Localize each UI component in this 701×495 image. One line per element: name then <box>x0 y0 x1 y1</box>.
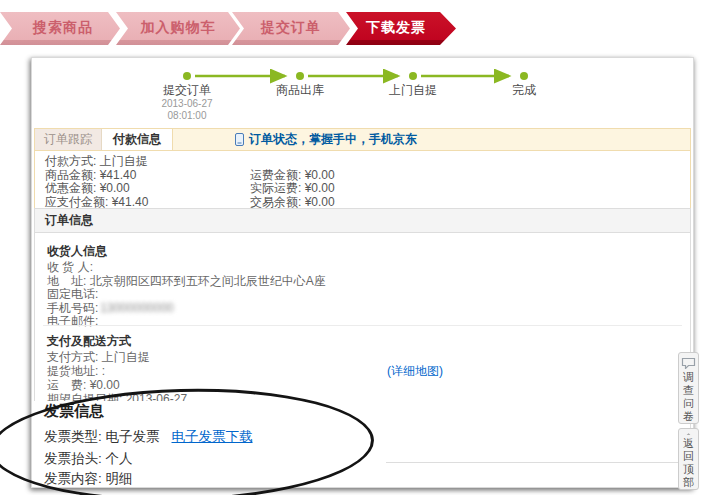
mobile-phone-icon <box>235 133 244 146</box>
up-arrow-icon <box>682 433 695 435</box>
consignee-name: 收 货 人: <box>47 261 326 275</box>
payment-blank <box>250 155 680 169</box>
invoice-title: 发票抬头: 个人 <box>44 450 133 468</box>
payment-info-box: 订单跟踪 付款信息 订单状态，掌握手中，手机京东 付款方式: 上门自提 商品金额… <box>34 128 691 216</box>
consignee-heading: 收货人信息 <box>47 243 107 260</box>
survey-button-label: 调查问卷 <box>683 371 695 423</box>
breadcrumb: 搜索商品 加入购物车 提交订单 下载发票 <box>0 0 470 50</box>
breadcrumb-step-download-invoice[interactable]: 下载发票 <box>341 19 451 37</box>
page: 搜索商品 加入购物车 提交订单 下载发票 提交订单 商品出库 上门自提 完成 2… <box>0 0 701 495</box>
invoice-type-label: 发票类型: 电子发票 <box>44 429 160 444</box>
order-panel: 提交订单 商品出库 上门自提 完成 2013-06-27 08:01:00 订单… <box>31 57 694 488</box>
breadcrumb-step-cart[interactable]: 加入购物车 <box>123 19 233 37</box>
tracker-step-self-pickup: 上门自提 <box>368 82 458 99</box>
payment-details: 付款方式: 上门自提 商品金额: ¥41.40 运费金额: ¥0.00 优惠金额… <box>35 151 690 215</box>
invoice-download-link[interactable]: 电子发票下载 <box>172 429 253 444</box>
actual-shipping: 实际运费: ¥0.00 <box>250 182 680 196</box>
delivery-payment-method: 支付方式: 上门自提 <box>47 350 187 364</box>
payable-amount: 应支付金额: ¥41.40 <box>45 196 250 210</box>
consignee-landline: 固定电话: <box>47 288 326 302</box>
order-info-title: 订单信息 <box>35 209 690 233</box>
invoice-type-row: 发票类型: 电子发票电子发票下载 <box>44 428 253 446</box>
invoice-content: 发票内容: 明细 <box>44 470 133 488</box>
section-divider <box>43 325 682 326</box>
breadcrumb-step-submit-order[interactable]: 提交订单 <box>236 19 346 37</box>
shipping-amount: 运费金额: ¥0.00 <box>250 169 680 183</box>
tab-order-tracking[interactable]: 订单跟踪 <box>35 129 102 150</box>
back-to-top-button[interactable]: 返回顶部 <box>678 428 699 490</box>
payment-tabs: 订单跟踪 付款信息 订单状态，掌握手中，手机京东 <box>35 129 690 151</box>
consignee-mobile-redacted: 13000000000 <box>100 301 173 315</box>
tracker-step-out-of-warehouse: 商品出库 <box>255 82 345 99</box>
speech-bubble-icon <box>681 357 696 369</box>
consignee-address: 地 址: 北京朝阳区四环到五环之间北辰世纪中心A座 <box>47 275 326 289</box>
tracker-step-complete: 完成 <box>479 82 569 99</box>
back-to-top-label: 返回顶部 <box>683 437 695 489</box>
consignee-details: 收 货 人: 地 址: 北京朝阳区四环到五环之间北辰世纪中心A座 固定电话: 手… <box>47 261 326 329</box>
consignee-mobile-label: 手机号码: <box>47 301 98 315</box>
mobile-jd-link-label: 订单状态，掌握手中，手机京东 <box>249 131 417 148</box>
delivery-heading: 支付及配送方式 <box>47 333 131 350</box>
delivery-details: 支付方式: 上门自提 提货地址: : 运 费: ¥0.00 期望自提日期: 20… <box>47 350 187 406</box>
consignee-email: 电子邮件: <box>47 315 326 329</box>
progress-tracker-line <box>32 62 692 92</box>
discount-amount: 优惠金额: ¥0.00 <box>45 182 250 196</box>
consignee-mobile: 手机号码:13000000000 <box>47 302 326 316</box>
tracker-step-submit: 提交订单 <box>142 82 232 99</box>
payment-method: 付款方式: 上门自提 <box>45 155 250 169</box>
goods-amount: 商品金额: ¥41.40 <box>45 169 250 183</box>
tab-payment-info[interactable]: 付款信息 <box>102 129 173 150</box>
breadcrumb-step-search[interactable]: 搜索商品 <box>8 19 118 37</box>
transaction-balance: 交易余额: ¥0.00 <box>250 196 680 210</box>
delivery-fee: 运 费: ¥0.00 <box>47 378 187 392</box>
tracker-step-date: 2013-06-27 <box>137 98 237 109</box>
pickup-address: 提货地址: : <box>47 364 187 378</box>
invoice-heading: 发票信息 <box>44 402 104 421</box>
invoice-info-section: 发票信息 发票类型: 电子发票电子发票下载 发票抬头: 个人 发票内容: 明细 <box>34 401 386 486</box>
mobile-jd-link[interactable]: 订单状态，掌握手中，手机京东 <box>235 129 417 150</box>
tracker-step-time: 08:01:00 <box>137 110 237 121</box>
survey-button[interactable]: 调查问卷 <box>678 352 699 424</box>
detail-map-link[interactable]: (详细地图) <box>387 363 443 380</box>
